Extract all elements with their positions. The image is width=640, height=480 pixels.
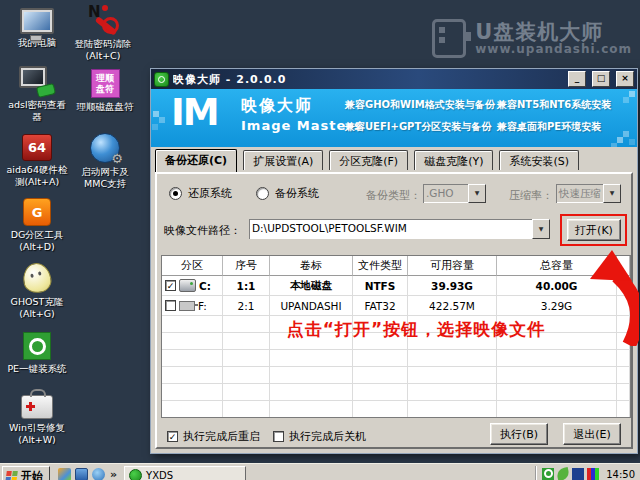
desktop-icon-pe-install[interactable]: PE一键装系统 <box>0 332 74 375</box>
column-header[interactable]: 可用容量 <box>408 256 497 276</box>
password-clear-key-icon: N <box>86 5 120 35</box>
tab-system-install[interactable]: 系统安装(S) <box>499 150 579 170</box>
minimize-button[interactable]: _ <box>568 71 586 87</box>
checkbox-checked[interactable]: ✓ <box>167 431 178 442</box>
chevron-down-icon: ▼ <box>603 184 621 203</box>
chevron-down-icon: ▼ <box>468 184 486 203</box>
usb-drive-icon <box>179 301 195 311</box>
desktop-icon-network-mmc[interactable]: 启动网卡及 MMC支持 <box>68 133 142 191</box>
table-header-row: 分区 序号 卷标 文件类型 可用容量 总容量 <box>162 256 630 276</box>
table-row-c-drive[interactable]: ✓ C: 1:1 本地磁盘 NTFS 39.93G 40.00G <box>162 276 630 296</box>
tray-icon-blue[interactable] <box>572 468 584 480</box>
backup-restore-panel: 还原系统 备份系统 备份类型： .GHO ▼ 压缩率： 快速压缩 ▼ 映像文件路… <box>155 172 633 449</box>
drive-letter: C: <box>199 280 211 292</box>
pe-install-icon <box>23 332 51 360</box>
column-header[interactable]: 序号 <box>223 256 270 276</box>
desktop-icon-label: 理顺磁盘盘符 <box>68 101 142 113</box>
radio-label: 备份系统 <box>275 186 319 201</box>
table-empty-row <box>162 350 630 367</box>
watermark-brand: U盘装机大师 <box>475 21 632 43</box>
image-path-value: D:\UPDSTOOL\PETOOLSF.WIM <box>249 219 532 239</box>
tab-backup-restore[interactable]: 备份还原(C) <box>155 149 237 172</box>
radio-icon <box>256 187 269 200</box>
execute-button[interactable]: 执行(B) <box>490 423 548 445</box>
table-empty-row <box>162 367 630 384</box>
app-icon <box>129 469 142 480</box>
desktop-icon-ghost-clone[interactable]: GHOST克隆 (Alt+G) <box>0 263 74 321</box>
reboot-after-finish-checkbox[interactable]: ✓ 执行完成后重启 <box>167 429 260 444</box>
desktop-icon-drive-letter[interactable]: 理顺 盘符 理顺磁盘盘符 <box>68 69 142 113</box>
adsl-viewer-icon <box>19 66 55 96</box>
image-masters-window: 映像大师 - 2.0.0.0 _ □ × IM 映像大师 Image Maste… <box>150 68 638 454</box>
checkbox-label: 执行完成后重启 <box>183 429 260 444</box>
radio-selected-icon <box>169 187 182 200</box>
tray-icon-leaf[interactable] <box>556 466 570 480</box>
window-title: 映像大师 - 2.0.0.0 <box>173 72 562 87</box>
desktop-icon-label: adsl密码查看 器 <box>0 99 74 124</box>
desktop-icon-password-clear[interactable]: N 登陆密码清除 (Alt+C) <box>66 5 140 63</box>
checkbox-label: 执行完成后关机 <box>289 429 366 444</box>
drive-letter-icon: 理顺 盘符 <box>91 69 120 98</box>
desktop-icon-aida64[interactable]: 64 aida64硬件检 测(Alt+A) <box>0 134 74 189</box>
row-checkbox-checked[interactable]: ✓ <box>165 280 176 291</box>
tutorial-annotation-text: 点击“打开”按钮，选择映像文件 <box>233 318 599 341</box>
backup-type-label: 备份类型： <box>366 188 421 203</box>
column-header[interactable]: 卷标 <box>270 256 353 276</box>
windows-logo-icon <box>5 471 19 480</box>
im-logo: IM <box>171 91 218 134</box>
close-button[interactable]: × <box>616 71 634 87</box>
start-button[interactable]: 开始 <box>2 466 50 480</box>
desktop-icon-dg-partition[interactable]: G DG分区工具 (Alt+D) <box>0 198 74 254</box>
checkbox-unchecked[interactable] <box>273 431 284 442</box>
tab-extended-settings[interactable]: 扩展设置(A) <box>243 150 323 170</box>
toolbox-icon <box>21 395 53 419</box>
radio-label: 还原系统 <box>188 186 232 201</box>
open-button[interactable]: 打开(K) <box>567 219 621 241</box>
upandashi-logo-icon <box>432 19 466 58</box>
quick-launch-icon[interactable] <box>92 468 105 480</box>
desktop-icon-label: aida64硬件检 测(Alt+A) <box>0 164 74 189</box>
aida64-icon: 64 <box>22 134 52 161</box>
feature-list: 兼容GHO和WIM格式安装与备份 兼容NT5和NT6系统安装 兼容UEFI+GP… <box>345 98 635 142</box>
table-empty-row <box>162 384 630 401</box>
compression-select: 快速压缩 ▼ <box>556 184 621 203</box>
banner-deco-squares <box>153 111 159 117</box>
desktop-icon-label: GHOST克隆 (Alt+G) <box>0 296 74 321</box>
task-button-image-masters[interactable]: YXDS <box>124 466 246 480</box>
restore-system-radio[interactable]: 还原系统 <box>169 186 232 201</box>
column-header[interactable]: 总容量 <box>497 256 617 276</box>
tab-disk-clone[interactable]: 磁盘克隆(Y) <box>414 150 493 170</box>
table-row-f-drive[interactable]: F: 2:1 UPANDASHI FAT32 422.57M 3.29G <box>162 296 630 316</box>
system-tray: 14:50 <box>535 466 640 480</box>
quick-launch-bar <box>58 466 105 480</box>
desktop-icon-adsl-viewer[interactable]: adsl密码查看 器 <box>0 66 74 124</box>
desktop-icon-my-computer[interactable]: 我的电脑 <box>0 8 74 49</box>
watermark-url: www.upandashi.com <box>475 43 632 56</box>
maximize-button[interactable]: □ <box>592 71 610 87</box>
window-titlebar[interactable]: 映像大师 - 2.0.0.0 _ □ × <box>151 69 637 89</box>
desktop-icon-win-boot-repair[interactable]: Win引导修复 (Alt+W) <box>0 395 74 447</box>
tab-partition-clone[interactable]: 分区克隆(F) <box>329 150 408 170</box>
taskbar: 开始 » YXDS 14:50 <box>0 463 640 480</box>
start-label: 开始 <box>21 469 43 480</box>
column-header[interactable]: 分区 <box>162 256 223 276</box>
tray-icon-display[interactable] <box>587 468 599 480</box>
quick-launch-icon[interactable] <box>58 468 71 480</box>
quick-launch-icon[interactable] <box>75 468 88 480</box>
exit-button[interactable]: 退出(E) <box>563 423 621 445</box>
chevron-down-icon[interactable]: ▼ <box>532 219 550 239</box>
row-checkbox-unchecked[interactable] <box>165 300 176 311</box>
ghost-icon <box>21 261 54 295</box>
backup-system-radio[interactable]: 备份系统 <box>256 186 319 201</box>
tray-icon-green-status[interactable] <box>542 468 554 480</box>
backup-type-select: .GHO ▼ <box>423 184 486 203</box>
overflow-chevron-icon[interactable]: » <box>110 466 117 480</box>
taskbar-clock: 14:50 <box>602 467 637 480</box>
column-header[interactable]: 文件类型 <box>353 256 408 276</box>
shutdown-after-finish-checkbox[interactable]: 执行完成后关机 <box>273 429 366 444</box>
table-empty-row <box>162 401 630 418</box>
network-globe-icon <box>90 133 120 163</box>
drive-letter: F: <box>198 300 207 312</box>
my-computer-icon <box>20 8 54 34</box>
image-path-combobox[interactable]: D:\UPDSTOOL\PETOOLSF.WIM ▼ <box>249 219 550 239</box>
